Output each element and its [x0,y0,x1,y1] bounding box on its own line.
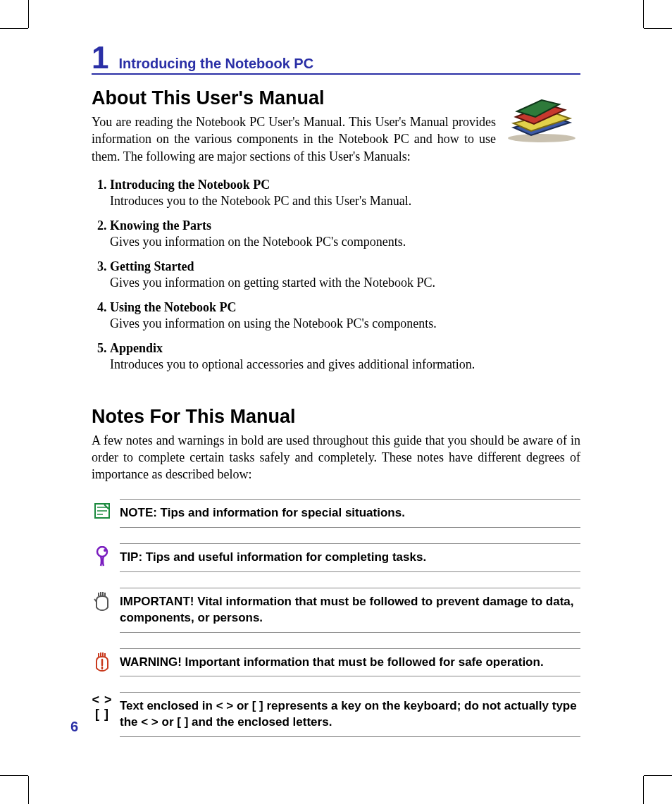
notes-intro: A few notes and warnings in bold are use… [92,432,580,483]
keys-text: Text enclosed in < > or [ ] represents a… [120,692,580,737]
note-icon [92,499,113,520]
notes-heading: Notes For This Manual [92,406,580,428]
tip-icon [92,543,113,567]
list-item-desc: Introduces you to the Notebook PC and th… [110,194,580,209]
list-item-desc: Gives you information on getting started… [110,276,580,290]
chapter-header: 1 Introducing the Notebook PC [92,42,580,75]
content-area: 1 Introducing the Notebook PC About This… [92,42,580,737]
list-item-desc: Introduces you to optional accessories a… [110,357,580,372]
important-text: IMPORTANT! Vital information that must b… [120,588,580,633]
list-item-desc: Gives you information on using the Noteb… [110,316,580,331]
important-icon [92,588,113,612]
key-symbol-angle: < > [92,693,113,707]
list-item: Knowing the Parts Gives you information … [110,218,580,249]
important-callout: IMPORTANT! Vital information that must b… [92,588,580,633]
list-item-title: Knowing the Parts [110,218,211,233]
key-symbols-icon: < > [ ] [92,692,113,722]
crop-mark [0,28,28,29]
crop-mark [0,775,28,776]
crop-mark [28,0,29,28]
tip-callout: TIP: Tips and useful information for com… [92,543,580,572]
page-number: 6 [70,719,78,735]
list-item: Using the Notebook PC Gives you informat… [110,300,580,331]
chapter-title: Introducing the Notebook PC [118,56,313,72]
list-item-title: Using the Notebook PC [110,300,237,314]
list-item-desc: Gives you information on the Notebook PC… [110,235,580,249]
note-text: NOTE: Tips and information for special s… [120,499,580,528]
list-item: Getting Started Gives you information on… [110,259,580,290]
svg-point-0 [508,134,575,142]
list-item-title: Introducing the Notebook PC [110,178,270,192]
books-icon [503,89,580,145]
about-heading: About This User's Manual [92,87,496,109]
keys-callout: < > [ ] Text enclosed in < > or [ ] repr… [92,692,580,737]
about-intro: You are reading the Notebook PC User's M… [92,113,496,165]
list-item: Appendix Introduces you to optional acce… [110,341,580,372]
list-item-title: Appendix [110,341,163,355]
tip-text: TIP: Tips and useful information for com… [120,543,580,572]
chapter-number: 1 [92,42,108,73]
crop-mark [644,28,672,29]
crop-mark [643,776,644,804]
crop-mark [28,776,29,804]
list-item-title: Getting Started [110,259,194,273]
warning-icon [92,648,113,672]
list-item: Introducing the Notebook PC Introduces y… [110,178,580,209]
crop-mark [644,775,672,776]
key-symbol-square: [ ] [92,707,113,722]
warning-callout: WARNING! Important information that must… [92,648,580,677]
crop-mark [643,0,644,28]
sections-list: Introducing the Notebook PC Introduces y… [92,178,580,372]
document-page: 1 Introducing the Notebook PC About This… [0,0,672,804]
note-callout: NOTE: Tips and information for special s… [92,499,580,528]
svg-point-3 [104,549,106,552]
warning-text: WARNING! Important information that must… [120,648,580,677]
svg-point-2 [97,547,107,557]
about-section-row: About This User's Manual You are reading… [92,85,580,172]
